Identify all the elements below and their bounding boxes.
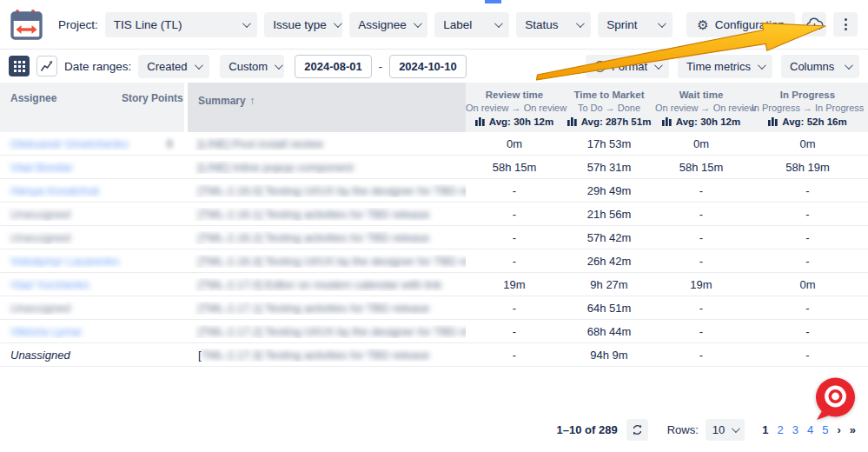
metric-value: 0m [466,137,563,150]
metric-value: 68h 44m [563,325,655,338]
feedback-widget-button[interactable] [814,377,856,421]
more-options-button[interactable] [833,12,858,37]
metric-value: - [747,208,868,221]
summary-link[interactable]: [LINE] Post install review [198,137,323,150]
table-row: Vlad Yurchenko [TML-2.17.0] Editor on mo… [0,273,868,296]
bar-chart-icon [768,117,778,126]
summary-link[interactable]: [TML-2.16.1] Testing activities for TBD … [198,208,429,221]
metric-value: 58h 19m [747,161,868,174]
metric-value: - [747,255,868,268]
date-to-field[interactable]: 2024-10-10 [389,55,467,78]
date-range-separator: - [379,60,382,73]
summary-link[interactable]: TML-2.17.3] Testing activities for TBD r… [202,349,430,362]
metric-value: - [655,349,747,362]
time-metrics-select[interactable]: Time metrics [678,55,772,78]
summary-link[interactable]: [TML-2.16.0] Testing UI/UX by the design… [198,184,466,197]
assignee-link[interactable]: Vlad Yurchenko [10,278,89,291]
column-header-review-time[interactable]: Review time On review → On review Avg: 3… [466,90,563,132]
project-select[interactable]: TIS Line (TL) [105,12,258,37]
assignee-link[interactable]: Viktoria Lymar [10,325,82,338]
assignee-unassigned: Unassigned [10,349,70,362]
page-button-2[interactable]: 2 [777,423,783,436]
gear-icon: ⚙ [697,18,708,31]
format-eye-icon [594,61,606,72]
export-cloud-button[interactable] [802,12,826,37]
table-row: Unassigned [TML-2.16.2] Testing activiti… [0,226,868,249]
assignee-unassigned: Unassigned [10,302,70,315]
metric-value: - [655,208,747,221]
summary-link[interactable]: [TML-2.16.2] Testing activities for TBD … [198,231,429,244]
metric-value: 58h 15m [466,161,563,174]
chevron-down-icon [758,61,766,70]
assignee-link[interactable]: Vlad Bondar [10,161,73,174]
assignee-unassigned: Unassigned [10,231,70,244]
date-from-field[interactable]: 2024-08-01 [295,55,372,78]
main-toolbar: Project: TIS Line (TL) Issue type Assign… [0,0,868,50]
page-button-4[interactable]: 4 [807,423,813,436]
last-page-button[interactable]: » [850,423,856,436]
metric-value: - [655,231,747,244]
metric-value: 0m [747,137,868,150]
bar-chart-icon [475,117,485,126]
metric-value: 17h 53m [563,137,655,150]
summary-link[interactable]: [TML-2.17.0] Editor on modern calendar w… [198,278,441,291]
table-row: Alesya Kovalchuk [TML-2.16.0] Testing UI… [0,179,868,203]
configuration-button[interactable]: ⚙ Configuration [686,12,795,37]
summary-link[interactable]: [TML-2.16.3] Testing UI/UX by the design… [198,255,466,268]
chevron-down-icon [195,61,203,70]
summary-link[interactable]: [LINE] Inline popup component [198,161,354,174]
filter-sprint[interactable]: Sprint [598,12,673,37]
column-header-wait-time[interactable]: Wait time On review → On review Avg: 30h… [655,90,747,132]
assignee-link[interactable]: Volodymyr Lazarenko [10,255,119,268]
filter-assignee[interactable]: Assignee [349,12,427,37]
metric-value: - [655,325,747,338]
refresh-button[interactable] [626,419,648,441]
column-header-summary[interactable]: Summary ↑ [188,83,466,132]
kebab-menu-icon [845,18,847,30]
metric-value: - [655,184,747,197]
next-page-button[interactable]: › [837,423,840,436]
summary-link[interactable]: [TML-2.17.2] Testing UI/UX by the design… [198,325,466,338]
summary-link[interactable]: [TML-2.17.1] Testing activities for TBD … [198,302,429,315]
chevron-down-icon [654,61,663,70]
metric-value: 0m [655,137,747,150]
format-select[interactable]: Format [586,55,669,78]
metric-value: 21h 56m [563,208,655,221]
page-button-1[interactable]: 1 [762,423,768,436]
story-points-value: 0 [167,137,173,150]
metric-value: 19m [655,278,747,291]
assignee-link[interactable]: Alesya Kovalchuk [10,184,100,197]
time-in-status-report: Project: TIS Line (TL) Issue type Assign… [0,0,868,452]
page-button-5[interactable]: 5 [822,423,828,436]
column-header-assignee[interactable]: Assignee [0,92,122,132]
chevron-down-icon [658,19,666,28]
column-header-in-progress[interactable]: In Progress In Progress → In Progress Av… [747,90,868,132]
chevron-down-icon [334,19,342,28]
filter-label[interactable]: Label [434,12,509,37]
chart-view-button[interactable] [36,56,57,76]
filter-issue-type[interactable]: Issue type [264,12,342,37]
sort-ascending-icon: ↑ [249,95,255,107]
filter-status[interactable]: Status [516,12,591,37]
column-header-time-to-market[interactable]: Time to Market To Do → Done Avg: 287h 51… [563,90,655,132]
metric-value: - [466,325,563,338]
metric-value: 57h 42m [563,231,655,244]
table-row: Viktoria Lymar [TML-2.17.2] Testing UI/U… [0,320,868,343]
grid-view-button[interactable] [9,56,30,76]
view-toolbar: Date ranges: Created Custom 2024-08-01 -… [0,50,868,83]
metric-value: 29h 49m [563,184,655,197]
table-row: Oleksandr Omelchenko 0 [LINE] Post insta… [0,132,868,156]
metric-value: - [466,231,563,244]
metric-value: 58h 15m [655,161,747,174]
assignee-link[interactable]: Oleksandr Omelchenko [10,137,129,150]
rows-per-page-select[interactable]: 10 [706,419,745,441]
cloud-download-icon [805,17,824,32]
rows-per-page-label: Rows: [667,423,699,436]
column-header-story-points[interactable]: Story Points [122,92,184,132]
page-button-3[interactable]: 3 [792,423,798,436]
range-preset-select[interactable]: Custom [220,55,284,78]
metric-value: - [466,302,563,315]
columns-select[interactable]: Columns [781,55,859,78]
date-field-select[interactable]: Created [138,55,209,78]
table-row: Unassigned [TML-2.17.3] Testing activiti… [0,343,868,367]
